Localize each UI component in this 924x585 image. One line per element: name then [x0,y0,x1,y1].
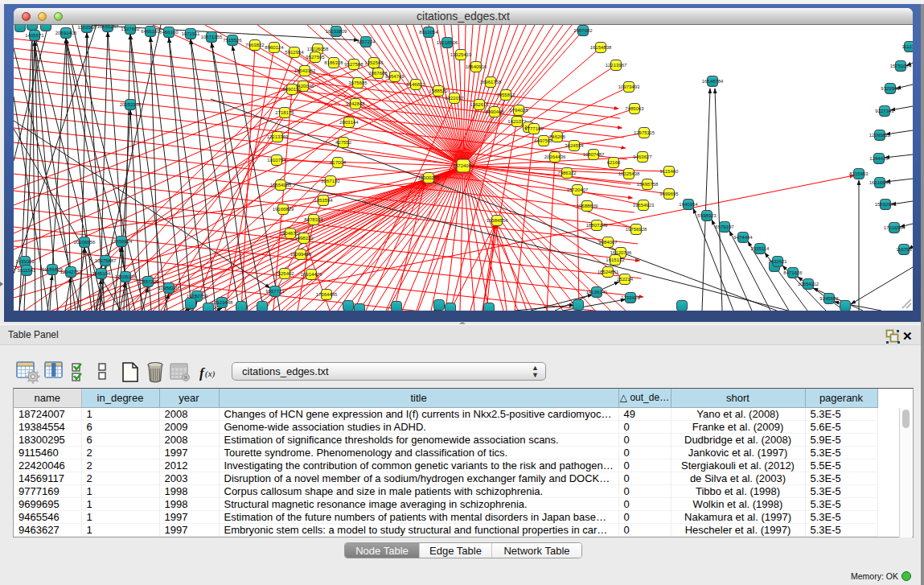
svg-text:8471626: 8471626 [783,270,803,275]
svg-text:17016504: 17016504 [884,225,906,230]
svg-text:7485063: 7485063 [625,106,644,111]
svg-text:15720407: 15720407 [567,187,589,192]
svg-text:9890131: 9890131 [282,87,302,92]
svg-text:746266: 746266 [549,134,566,139]
svg-text:16914479: 16914479 [301,272,322,277]
svg-text:1405571: 1405571 [25,33,44,38]
svg-text:417004: 417004 [330,160,347,165]
svg-text:1244415: 1244415 [869,156,889,161]
svg-text:8878334: 8878334 [304,217,323,222]
svg-text:3624554: 3624554 [565,143,584,148]
svg-text:3911541: 3911541 [18,268,37,273]
svg-text:7955812: 7955812 [496,93,515,97]
svg-text:13226058: 13226058 [307,47,329,51]
svg-text:2935114: 2935114 [751,246,770,251]
svg-text:18724007: 18724007 [453,163,474,168]
svg-text:20364436: 20364436 [544,154,566,159]
svg-text:16210643: 16210643 [869,180,891,185]
svg-text:1163568: 1163568 [78,25,97,30]
svg-text:1615132: 1615132 [606,257,625,262]
svg-text:9474444: 9474444 [733,235,753,240]
svg-text:9146821: 9146821 [406,82,425,87]
svg-text:9115460: 9115460 [660,169,680,174]
svg-text:18524851: 18524851 [598,270,619,274]
svg-text:9527508: 9527508 [344,62,363,67]
svg-text:7986322: 7986322 [557,171,577,175]
svg-text:8960124: 8960124 [265,45,284,50]
svg-text:3675685: 3675685 [348,80,368,85]
svg-text:18807249: 18807249 [586,223,608,228]
svg-text:17359924: 17359924 [111,239,133,244]
svg-text:111234: 111234 [901,44,913,49]
svg-text:2803144: 2803144 [339,120,359,125]
svg-text:62160: 62160 [607,160,621,165]
svg-text:12213369: 12213369 [267,134,289,139]
svg-text:1733426: 1733426 [621,295,640,300]
svg-text:9245652: 9245652 [819,296,839,301]
svg-text:10958107: 10958107 [158,286,180,290]
svg-text:6322037: 6322037 [445,96,464,101]
svg-text:12923448: 12923448 [211,300,233,305]
svg-text:10671355: 10671355 [201,35,223,39]
svg-text:20691406: 20691406 [55,31,77,35]
svg-text:20206556: 20206556 [74,240,96,245]
svg-text:16033809: 16033809 [326,29,347,34]
svg-text:9699695: 9699695 [659,192,679,196]
svg-text:12093822: 12093822 [869,133,891,138]
svg-text:116753: 116753 [896,247,912,252]
svg-text:(x): (x) [205,369,216,379]
svg-text:18640910: 18640910 [466,64,487,69]
svg-text:3267130: 3267130 [321,179,340,183]
svg-text:9242848: 9242848 [346,101,365,106]
svg-text:252214: 252214 [617,277,634,282]
svg-text:12975115: 12975115 [634,130,655,135]
svg-text:1498222: 1498222 [294,236,314,241]
svg-text:6579197: 6579197 [715,225,734,229]
svg-text:15495758: 15495758 [637,182,659,187]
svg-text:7663822: 7663822 [245,43,265,47]
svg-text:2087682: 2087682 [573,28,593,33]
svg-text:9227343: 9227343 [875,109,894,113]
svg-text:1353594: 1353594 [314,198,333,203]
svg-text:9084067: 9084067 [598,240,618,245]
svg-text:1435001: 1435001 [15,259,35,264]
svg-text:10025438: 10025438 [618,171,640,176]
svg-text:1145194: 1145194 [92,271,112,276]
svg-text:427552: 427552 [335,140,352,145]
svg-text:9527505: 9527505 [306,55,325,60]
svg-text:14136141: 14136141 [586,290,608,295]
svg-text:10654112: 10654112 [798,282,819,286]
svg-text:13325419: 13325419 [450,52,472,57]
svg-text:19218506: 19218506 [437,40,458,45]
svg-text:10807487: 10807487 [583,152,605,157]
svg-text:15692971: 15692971 [875,202,897,207]
svg-text:12342757: 12342757 [60,270,82,274]
svg-text:1588520: 1588520 [429,89,448,93]
svg-text:5912954: 5912954 [285,50,304,55]
svg-text:8990448: 8990448 [485,109,504,114]
svg-text:16543362: 16543362 [294,68,316,73]
svg-text:17364485: 17364485 [316,292,338,297]
svg-text:16648784: 16648784 [702,79,724,84]
svg-text:8186328: 8186328 [324,60,343,65]
svg-text:6466160: 6466160 [159,30,179,35]
svg-text:12505135: 12505135 [115,274,137,279]
svg-text:1352546: 1352546 [364,60,384,65]
svg-text:1527602: 1527602 [121,27,140,31]
svg-text:6466160: 6466160 [141,29,160,34]
svg-text:20053346: 20053346 [120,102,142,107]
svg-text:9329966: 9329966 [881,86,900,91]
svg-text:16154838: 16154838 [590,45,612,50]
svg-text:7515526: 7515526 [223,38,242,43]
svg-text:10688609: 10688609 [577,204,598,208]
svg-text:19654985: 19654985 [270,183,292,187]
svg-text:1362615: 1362615 [470,102,489,107]
svg-text:10973493: 10973493 [618,84,640,89]
svg-text:1010754: 1010754 [267,158,286,163]
svg-text:15751074: 15751074 [890,64,912,68]
svg-text:16099489: 16099489 [290,252,312,257]
svg-text:5938923: 5938923 [697,213,717,218]
svg-text:7857224: 7857224 [356,39,376,44]
svg-text:8813054: 8813054 [419,30,438,35]
svg-text:19166829: 19166829 [273,207,294,212]
